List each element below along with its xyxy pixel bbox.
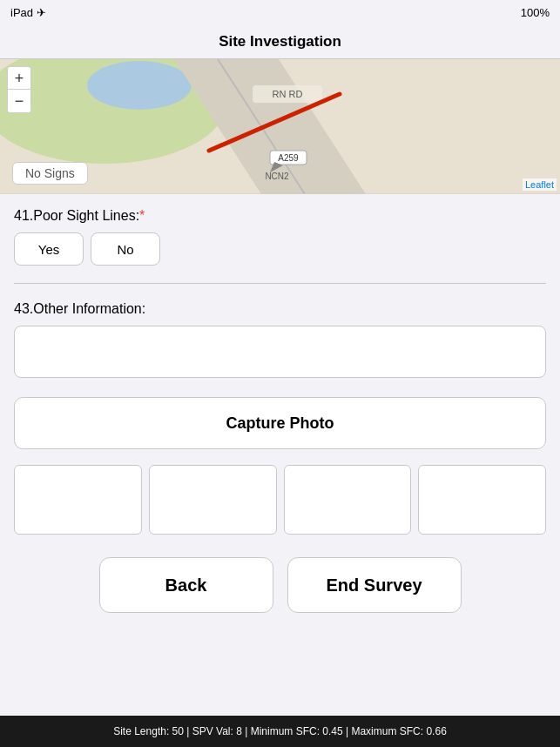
q43-text: Other Information: — [33, 301, 145, 316]
svg-text:RN RD: RN RD — [273, 89, 303, 99]
nav-bar: Site Investigation — [0, 24, 560, 59]
divider-1 — [14, 283, 546, 284]
photo-slot-3[interactable] — [284, 465, 412, 535]
map-container[interactable]: RN RD A259 NCN2 + − No Signs Leaflet — [0, 59, 560, 194]
other-information-input[interactable] — [14, 326, 546, 378]
photo-slot-1[interactable] — [14, 465, 142, 535]
no-signs-badge: No Signs — [12, 162, 88, 185]
question-41-label: 41.Poor Sight Lines:* — [14, 208, 546, 224]
back-button[interactable]: Back — [99, 557, 273, 613]
yes-no-group: Yes No — [14, 232, 546, 266]
zoom-in-button[interactable]: + — [8, 67, 30, 90]
photo-slot-2[interactable] — [149, 465, 277, 535]
question-43-label: 43.Other Information: — [14, 301, 546, 317]
bottom-status-bar: Site Length: 50 | SPV Val: 8 | Minimum S… — [0, 716, 560, 747]
end-survey-button[interactable]: End Survey — [287, 557, 462, 613]
no-button[interactable]: No — [91, 232, 160, 266]
status-device: iPad ✈ — [10, 6, 46, 19]
q43-number: 43. — [14, 301, 33, 316]
status-left: iPad ✈ — [10, 6, 46, 19]
bottom-status-text: Site Length: 50 | SPV Val: 8 | Minimum S… — [113, 725, 447, 737]
q41-required: * — [139, 208, 145, 223]
zoom-out-button[interactable]: − — [8, 90, 30, 112]
status-right: 100% — [521, 6, 550, 19]
svg-text:A259: A259 — [278, 153, 299, 163]
question-43-section: 43.Other Information: — [14, 287, 546, 388]
svg-point-2 — [87, 61, 192, 110]
photo-grid — [14, 465, 546, 535]
q41-number: 41. — [14, 208, 33, 223]
leaflet-attribution[interactable]: Leaflet — [523, 178, 557, 191]
photo-slot-4[interactable] — [418, 465, 546, 535]
nav-title: Site Investigation — [219, 33, 341, 50]
yes-button[interactable]: Yes — [14, 232, 84, 266]
capture-photo-button[interactable]: Capture Photo — [14, 397, 546, 449]
status-bar: iPad ✈ 100% — [0, 0, 560, 24]
question-41-section: 41.Poor Sight Lines:* Yes No — [14, 194, 546, 279]
svg-text:NCN2: NCN2 — [265, 172, 289, 181]
q41-text: Poor Sight Lines: — [33, 208, 139, 223]
action-buttons: Back End Survey — [14, 548, 546, 627]
battery-indicator: 100% — [521, 6, 550, 19]
form-content: 41.Poor Sight Lines:* Yes No 43.Other In… — [0, 194, 560, 716]
zoom-controls[interactable]: + − — [7, 66, 31, 113]
